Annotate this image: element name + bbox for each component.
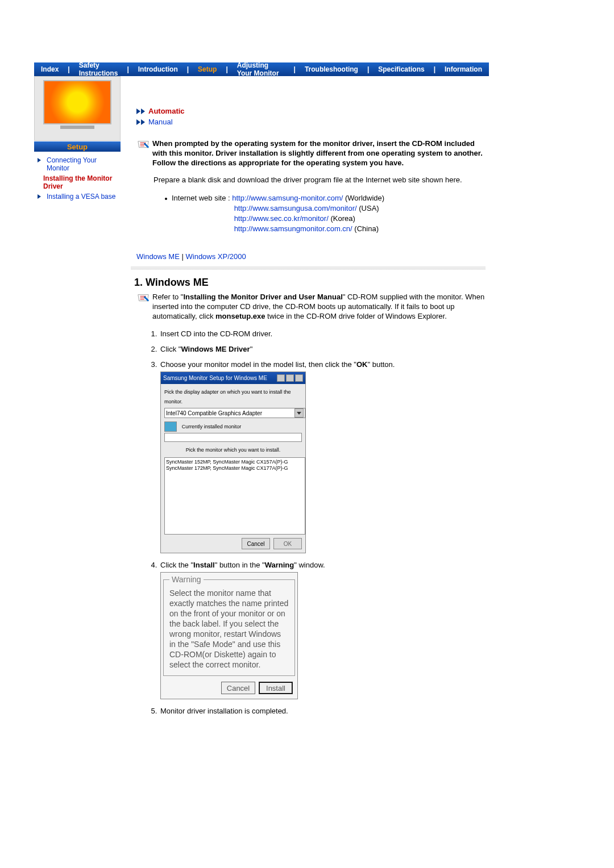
list-item[interactable]: SyncMaster 152MP, SyncMaster Magic CX157… — [166, 459, 304, 465]
cancel-button[interactable]: Cancel — [242, 538, 270, 549]
product-image — [34, 76, 121, 141]
double-arrow-icon — [136, 108, 145, 114]
site-link-worldwide[interactable]: http://www.samsung-monitor.com/ — [232, 194, 343, 202]
site-region: (Worldwide) — [345, 194, 384, 202]
section-intro: Refer to "Installing the Monitor Driver … — [152, 292, 486, 321]
tab-automatic: Automatic — [136, 106, 486, 116]
adapter-select[interactable]: Intel740 Compatible Graphics Adapter — [164, 408, 305, 418]
site-link-usa[interactable]: http://www.samsungusa.com/monitor/ — [234, 204, 357, 212]
sidebar: Setup Connecting Your Monitor Installing… — [34, 76, 121, 742]
nav-troubleshooting[interactable]: Troubleshooting — [298, 65, 365, 73]
section-divider — [131, 266, 486, 270]
prepare-text: Prepare a blank disk and download the dr… — [131, 172, 486, 187]
main-content: Automatic Manual When prompted by the op… — [121, 76, 489, 742]
top-navbar: Index| Safety Instructions| Introduction… — [34, 62, 489, 76]
monitor-list[interactable]: SyncMaster 152MP, SyncMaster Magic CX157… — [164, 457, 305, 535]
osnav-xp[interactable]: Windows XP/2000 — [186, 252, 246, 261]
dialog-title: Samsung Monitor Setup for Windows ME — [163, 373, 267, 383]
notice-icon — [136, 140, 150, 151]
dialog-text: Currently installed monitor — [182, 424, 242, 429]
sidebar-item-label: Installing a VESA base — [47, 193, 115, 201]
sidebar-heading: Setup — [34, 141, 121, 152]
dialog-text: Pick the display adapter on which you wa… — [164, 386, 302, 408]
tab-label: Automatic — [148, 107, 185, 115]
osnav-sep: | — [181, 252, 183, 261]
tab-manual[interactable]: Manual — [136, 116, 486, 127]
screenshot-warning: Warning Select the monitor name that exa… — [160, 572, 298, 699]
step-3: Choose your monitor model in the model l… — [159, 357, 486, 558]
nav-specs[interactable]: Specifications — [371, 65, 431, 73]
nav-index[interactable]: Index — [34, 65, 65, 73]
step-4: Click the "Install" button in the "Warni… — [159, 558, 486, 704]
arrow-icon — [38, 158, 44, 162]
intro-text: When prompted by the operating system fo… — [152, 139, 486, 168]
nav-safety[interactable]: Safety Instructions — [72, 61, 125, 77]
warning-legend: Warning — [169, 575, 204, 585]
site-link-korea[interactable]: http://www.sec.co.kr/monitor/ — [234, 214, 329, 223]
list-item[interactable]: SyncMaster 172MP, SyncMaster Magic CX177… — [166, 465, 304, 471]
nav-setup[interactable]: Setup — [191, 65, 223, 73]
cancel-button[interactable]: Cancel — [221, 682, 255, 694]
section-heading: 1. Windows ME — [131, 276, 486, 292]
monitor-icon — [164, 422, 177, 432]
warning-body: Select the monitor name that exactly mat… — [169, 588, 289, 670]
osnav-me[interactable]: Windows ME — [136, 252, 180, 261]
step-5: Monitor driver installation is completed… — [159, 704, 486, 719]
sites-label: Internet web site : — [172, 194, 230, 202]
site-region: (China) — [354, 224, 379, 233]
window-controls — [277, 374, 303, 382]
adapter-value: Intel740 Compatible Graphics Adapter — [166, 408, 262, 418]
nav-adjusting[interactable]: Adjusting Your Monitor — [230, 61, 292, 77]
tab-label: Manual — [148, 118, 173, 126]
install-button[interactable]: Install — [259, 682, 293, 694]
ok-button[interactable]: OK — [273, 538, 302, 549]
steps-list: Insert CD into the CD-ROM driver. Click … — [159, 327, 486, 719]
dropdown-icon — [294, 408, 304, 418]
nav-introduction[interactable]: Introduction — [131, 65, 185, 73]
notice-icon — [136, 293, 150, 304]
dialog-text: Pick the monitor which you want to insta… — [164, 444, 302, 456]
site-link-china[interactable]: http://www.samsungmonitor.com.cn/ — [234, 224, 352, 233]
step-2: Click "Windows ME Driver" — [159, 342, 486, 357]
arrow-icon — [38, 194, 44, 199]
screenshot-driver-setup: Samsung Monitor Setup for Windows ME Pic… — [160, 372, 306, 553]
bullet-icon — [165, 198, 167, 200]
site-region: (Korea) — [330, 214, 355, 223]
sidebar-item-label: Installing the Monitor Driver — [43, 174, 121, 190]
sites-block: Internet web site : http://www.samsung-m… — [131, 187, 486, 236]
sidebar-item-label: Connecting Your Monitor — [47, 156, 121, 172]
sidebar-item-vesa[interactable]: Installing a VESA base — [34, 191, 121, 202]
sidebar-item-driver[interactable]: Installing the Monitor Driver — [34, 173, 121, 191]
nav-information[interactable]: Information — [438, 65, 489, 73]
sidebar-item-connecting[interactable]: Connecting Your Monitor — [34, 155, 121, 173]
double-arrow-icon — [136, 119, 145, 125]
step-1: Insert CD into the CD-ROM driver. — [159, 327, 486, 342]
site-region: (USA) — [359, 204, 379, 212]
